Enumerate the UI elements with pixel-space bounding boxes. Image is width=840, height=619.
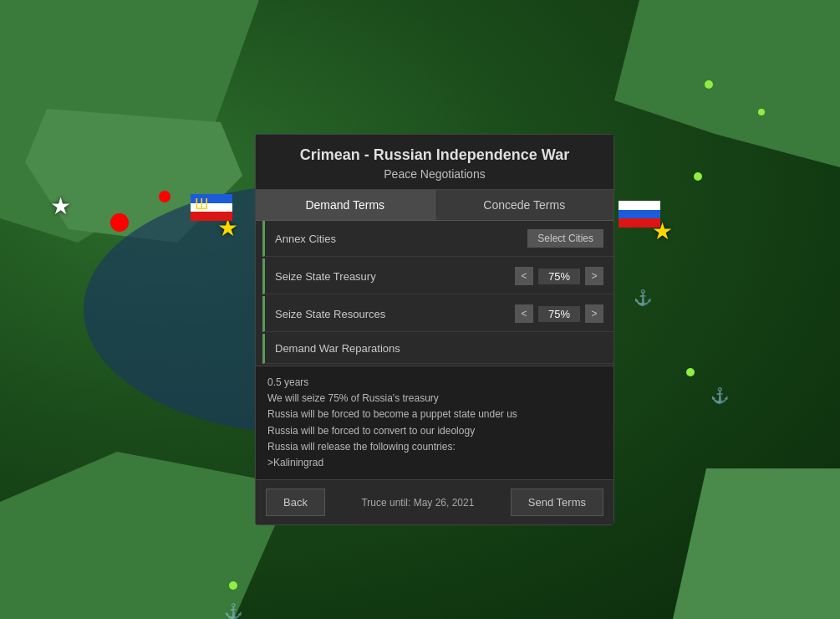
- resources-value: 75%: [538, 306, 580, 322]
- dialog-footer: Back Truce until: May 26, 2021 Send Term…: [256, 479, 613, 524]
- land-mass-top-right: [589, 0, 840, 167]
- treasury-value: 75%: [538, 269, 580, 284]
- summary-line-3: Russia will be forced to convert to our …: [267, 423, 602, 439]
- tab-bar: Demand Terms Concede Terms: [256, 190, 613, 221]
- dialog-header: Crimean - Russian Independence War Peace…: [256, 135, 613, 190]
- anchor-icon-2: ⚓: [710, 386, 729, 405]
- dialog-subtitle: Peace Negotiations: [269, 167, 600, 181]
- summary-line-5: >Kaliningrad: [267, 455, 602, 471]
- treasury-control: < 75% >: [515, 267, 603, 285]
- truce-date: Truce until: May 26, 2021: [361, 497, 474, 509]
- resources-decrease-button[interactable]: <: [515, 304, 533, 323]
- tab-concede-terms[interactable]: Concede Terms: [435, 190, 614, 220]
- russia-flag: [619, 201, 660, 228]
- annex-cities-control: Select Cities: [527, 229, 603, 248]
- term-seize-resources-label: Seize State Resources: [275, 308, 515, 320]
- send-terms-button[interactable]: Send Terms: [511, 489, 603, 516]
- map-city-marker-1: [159, 191, 171, 202]
- map-city-marker-2: [110, 213, 129, 232]
- term-annex-cities-label: Annex Cities: [275, 233, 527, 245]
- back-button[interactable]: Back: [266, 489, 325, 516]
- summary-line-2: Russia will be forced to become a puppet…: [267, 407, 602, 422]
- summary-area: 0.5 years We will seize 75% of Russia's …: [256, 366, 613, 479]
- anchor-icon-3: ⚓: [224, 602, 242, 619]
- summary-duration: 0.5 years: [267, 375, 602, 391]
- select-cities-button[interactable]: Select Cities: [527, 229, 603, 248]
- summary-line-4: Russia will release the following countr…: [267, 439, 602, 455]
- treasury-decrease-button[interactable]: <: [515, 267, 533, 285]
- term-seize-treasury-label: Seize State Treasury: [275, 270, 515, 283]
- resources-control: < 75% >: [515, 304, 603, 323]
- term-war-reparations-label: Demand War Reparations: [275, 342, 603, 355]
- peace-negotiation-dialog: Crimean - Russian Independence War Peace…: [255, 134, 614, 525]
- map-star-marker: ★: [50, 192, 71, 220]
- dialog-title: Crimean - Russian Independence War: [269, 146, 600, 164]
- land-mass-bottom-right: [673, 468, 840, 619]
- map-green-marker-2: [758, 109, 765, 115]
- terms-list: Annex Cities Select Cities Seize State T…: [256, 221, 613, 364]
- resources-increase-button[interactable]: >: [585, 304, 603, 323]
- term-war-reparations: Demand War Reparations: [262, 334, 613, 364]
- anchor-icon-1: ⚓: [634, 289, 652, 307]
- map-green-marker-4: [686, 368, 695, 376]
- map-green-marker-1: [705, 80, 713, 89]
- treasury-increase-button[interactable]: >: [585, 267, 603, 285]
- map-green-marker-3: [694, 172, 702, 181]
- term-seize-treasury: Seize State Treasury < 75% >: [262, 258, 613, 294]
- land-mass-bottom-left: [0, 452, 293, 619]
- term-annex-cities: Annex Cities Select Cities: [262, 221, 613, 257]
- term-seize-resources: Seize State Resources < 75% >: [262, 296, 613, 332]
- summary-line-1: We will seize 75% of Russia's treasury: [267, 391, 602, 407]
- crimea-flag-symbol: Ш: [195, 196, 209, 213]
- tab-demand-terms[interactable]: Demand Terms: [256, 190, 435, 220]
- map-green-marker-5: [229, 581, 237, 590]
